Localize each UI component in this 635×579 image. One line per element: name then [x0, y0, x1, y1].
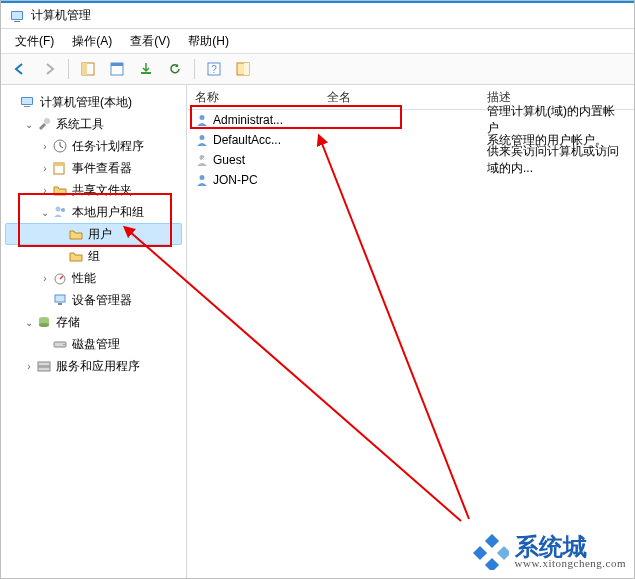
svg-point-26: [39, 323, 49, 327]
window-title: 计算机管理: [31, 7, 91, 24]
users-groups-icon: [52, 204, 68, 220]
user-description: 供来宾访问计算机或访问域的内...: [479, 143, 634, 177]
tree-label: 系统工具: [56, 116, 104, 133]
svg-rect-4: [82, 63, 87, 75]
menu-action[interactable]: 操作(A): [64, 31, 120, 52]
refresh-button[interactable]: [162, 56, 188, 82]
tree-users[interactable]: · 用户: [5, 223, 182, 245]
user-name: JON-PC: [213, 173, 258, 187]
tree-pane[interactable]: ▶ 计算机管理(本地) ⌄ 系统工具 › 任务计划程序 ›: [1, 85, 187, 579]
toolbar: ?: [1, 54, 634, 85]
list-body: Administrat... 管理计算机(域)的内置帐户 DefaultAcc.…: [187, 110, 634, 190]
menubar: 文件(F) 操作(A) 查看(V) 帮助(H): [1, 29, 634, 54]
column-header-name[interactable]: 名称: [187, 85, 319, 109]
services-icon: [36, 358, 52, 374]
user-name: Guest: [213, 153, 245, 167]
svg-point-28: [63, 344, 65, 346]
user-icon: [195, 173, 209, 187]
collapse-icon[interactable]: ⌄: [38, 207, 52, 218]
nav-forward-button[interactable]: [36, 56, 62, 82]
tree-groups[interactable]: · 组: [5, 245, 182, 267]
toolbar-separator: [194, 59, 195, 79]
menu-view[interactable]: 查看(V): [122, 31, 178, 52]
shared-folder-icon: [52, 182, 68, 198]
tree-services-apps[interactable]: › 服务和应用程序: [5, 355, 182, 377]
svg-rect-30: [38, 367, 50, 371]
tree-label: 磁盘管理: [72, 336, 120, 353]
svg-point-33: [200, 155, 205, 160]
body: ▶ 计算机管理(本地) ⌄ 系统工具 › 任务计划程序 ›: [1, 85, 634, 579]
event-viewer-icon: [52, 160, 68, 176]
tree-system-tools[interactable]: ⌄ 系统工具: [5, 113, 182, 135]
show-hide-tree-button[interactable]: [75, 56, 101, 82]
svg-rect-18: [54, 163, 64, 166]
performance-icon: [52, 270, 68, 286]
tree-label: 共享文件夹: [72, 182, 132, 199]
tree-local-users-groups[interactable]: ⌄ 本地用户和组: [5, 201, 182, 223]
list-item[interactable]: Guest 供来宾访问计算机或访问域的内...: [187, 150, 634, 170]
menu-help[interactable]: 帮助(H): [180, 31, 237, 52]
tree-device-manager[interactable]: · 设备管理器: [5, 289, 182, 311]
tree-label: 用户: [88, 226, 112, 243]
watermark-url: www.xitongcheng.com: [515, 557, 626, 569]
tree-label: 存储: [56, 314, 80, 331]
user-icon: [195, 133, 209, 147]
tree-event-viewer[interactable]: › 事件查看器: [5, 157, 182, 179]
svg-point-34: [200, 175, 205, 180]
nav-back-button[interactable]: [7, 56, 33, 82]
list-item[interactable]: Administrat... 管理计算机(域)的内置帐户: [187, 110, 634, 130]
tree-label: 服务和应用程序: [56, 358, 140, 375]
expand-icon[interactable]: ›: [38, 273, 52, 284]
svg-point-31: [200, 115, 205, 120]
user-icon: [195, 113, 209, 127]
svg-rect-22: [55, 295, 65, 302]
svg-rect-11: [244, 63, 249, 75]
tree-task-scheduler[interactable]: › 任务计划程序: [5, 135, 182, 157]
device-manager-icon: [52, 292, 68, 308]
properties-button[interactable]: [104, 56, 130, 82]
tree-label: 设备管理器: [72, 292, 132, 309]
window: { "window":{"title":"计算机管理"}, "menu":[ {…: [0, 0, 635, 579]
folder-icon: [68, 248, 84, 264]
column-header-fullname[interactable]: 全名: [319, 85, 479, 109]
tree-root[interactable]: ▶ 计算机管理(本地): [5, 91, 182, 113]
svg-point-20: [61, 208, 65, 212]
tree-storage[interactable]: ⌄ 存储: [5, 311, 182, 333]
expand-icon[interactable]: ›: [38, 141, 52, 152]
help-button[interactable]: ?: [201, 56, 227, 82]
collapse-icon[interactable]: ⌄: [22, 119, 36, 130]
tree-performance[interactable]: › 性能: [5, 267, 182, 289]
expand-icon[interactable]: ›: [22, 361, 36, 372]
svg-rect-23: [58, 303, 62, 305]
list-pane: 名称 全名 描述 Administrat... 管理计算机(域)的内置帐户: [187, 85, 634, 579]
menu-file[interactable]: 文件(F): [7, 31, 62, 52]
tree-label: 组: [88, 248, 100, 265]
svg-rect-40: [473, 546, 487, 560]
tree-disk-management[interactable]: · 磁盘管理: [5, 333, 182, 355]
expand-icon[interactable]: ›: [38, 185, 52, 196]
tools-icon: [36, 116, 52, 132]
storage-icon: [36, 314, 52, 330]
computer-management-icon: [20, 94, 36, 110]
titlebar: 计算机管理: [1, 1, 634, 29]
tree-shared-folders[interactable]: › 共享文件夹: [5, 179, 182, 201]
svg-rect-1: [14, 21, 20, 22]
tree-label: 事件查看器: [72, 160, 132, 177]
user-name: DefaultAcc...: [213, 133, 281, 147]
svg-rect-6: [111, 63, 123, 66]
disk-icon: [52, 336, 68, 352]
svg-text:?: ?: [211, 64, 217, 75]
user-name: Administrat...: [213, 113, 283, 127]
svg-rect-13: [22, 98, 32, 104]
collapse-icon[interactable]: ⌄: [22, 317, 36, 328]
user-disabled-icon: [195, 153, 209, 167]
svg-rect-42: [484, 558, 498, 570]
svg-point-19: [56, 207, 61, 212]
toolbar-separator: [68, 59, 69, 79]
svg-rect-2: [12, 12, 22, 19]
expand-icon[interactable]: ›: [38, 163, 52, 174]
svg-rect-39: [484, 534, 498, 548]
export-list-button[interactable]: [133, 56, 159, 82]
action-pane-button[interactable]: [230, 56, 256, 82]
clock-icon: [52, 138, 68, 154]
